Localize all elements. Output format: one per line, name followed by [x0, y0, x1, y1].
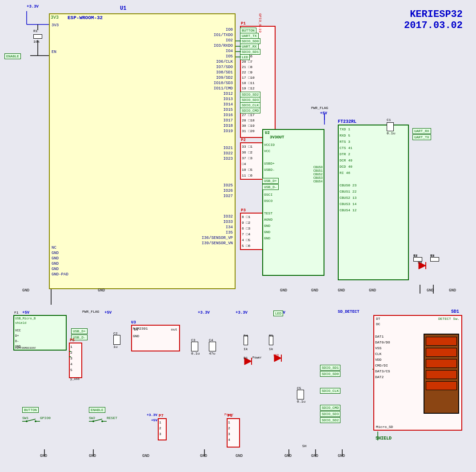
- schematic-canvas: KERIESP32 2017.03.02 3V3 ESP-WROOM-32 IO…: [0, 0, 476, 472]
- pwr-3v3-bot1: +3.3V: [198, 311, 210, 315]
- ft232-chip: TXD 1RXD 5RTS 3CTS 41DTR 2DCR 49DCD 40RI…: [338, 125, 409, 280]
- u2-3v3out: 3V3OUT: [270, 135, 284, 140]
- gnd-4: GND: [311, 288, 318, 293]
- net-sdio-clk-sd: SDIO_CLK: [320, 388, 340, 394]
- net-usb-dm: USB_D-: [262, 184, 279, 190]
- d1-group: D1 Power: [244, 356, 252, 368]
- net-sdio-sd2-sd: SDIO_SD2: [320, 417, 340, 423]
- pin-io33: IO33: [223, 220, 233, 224]
- c4-value: 47u: [209, 351, 215, 355]
- pin-gnd3: GND: [52, 262, 59, 266]
- net-uart-tx-ft232: UART_TX: [412, 134, 431, 140]
- r4-label: R4: [244, 334, 248, 338]
- usb-name: USB_Micro_B: [15, 317, 36, 320]
- connector-p5: P5 12345: [69, 343, 82, 378]
- pin-io10: IO10/SD3: [214, 81, 233, 85]
- led-label-bot: LED: [273, 354, 279, 357]
- u3-gnd: GND: [132, 333, 140, 339]
- pin-io12: IO12: [223, 92, 233, 96]
- c3-group: C3 0.1u: [191, 338, 198, 351]
- pin-nc: NC: [52, 246, 56, 250]
- c4-label: C4: [209, 338, 213, 342]
- esp32-chip: 3V3 ESP-WROOM-32 IO0 IO1/TXDO IO2 IO3/RX…: [49, 13, 236, 289]
- p5-usb-label: y_usb: [70, 377, 80, 381]
- pwr-flag-2: PWR_FLAG: [82, 310, 99, 314]
- ft232-right-pins: TXD 1RXD 5RTS 3CTS 41DTR 2DCR 49DCD 40RI…: [339, 125, 408, 214]
- gnd-6: GND: [369, 288, 376, 293]
- sd-detect-label: DETECT Sw.: [438, 317, 460, 321]
- c1-label: C1: [387, 118, 391, 122]
- pwr-3v3-esp: +3.3V: [27, 4, 39, 9]
- u3-name: NJM2391: [132, 326, 149, 331]
- sd-slot-3: [426, 359, 457, 368]
- pin-io23: IO23: [223, 157, 233, 161]
- pin-gnd2: GND: [52, 256, 59, 261]
- pin-io7: IO7/SDO: [216, 65, 233, 69]
- esp32-name: ESP-WROOM-32: [68, 15, 103, 20]
- connector-p6: P6 1234: [227, 418, 240, 448]
- sd-name: Micro_SD: [376, 425, 393, 429]
- sw1-name: GPIO0: [40, 416, 51, 420]
- sd-detect-net: SD_DETECT: [338, 310, 360, 314]
- sd-slot-2: [426, 348, 457, 357]
- sw1-label: SW1: [22, 416, 28, 420]
- u3-ref: U3: [131, 320, 136, 325]
- net-usb-dp: USB_D+: [262, 178, 279, 184]
- c3-symbol: [191, 342, 198, 351]
- pin-io22: IO22: [223, 151, 233, 156]
- gnd-7: GND: [427, 288, 434, 293]
- r1-value: 10k: [33, 40, 40, 44]
- gnd-bot-8: GND: [338, 454, 345, 458]
- title-line1: KERIESP32: [404, 9, 463, 20]
- p2-label: P2: [241, 138, 246, 142]
- pin-3v3-left: 3V3: [52, 23, 59, 28]
- d1-label: D1: [244, 356, 248, 360]
- p1-label: P1: [241, 21, 246, 26]
- sd-detect-dt: DT: [376, 317, 380, 321]
- sw2-name: RESET: [107, 416, 117, 420]
- net-sdio-sd0-sd: SDIO_SD0: [320, 371, 340, 377]
- ft232-ref: FT232RL: [338, 119, 356, 124]
- sd-slot-5: [426, 381, 457, 390]
- net-sdio-cmd: SDIO_CMD: [240, 108, 260, 113]
- d1-value: Power: [252, 356, 262, 359]
- c4-group: C4 47u: [209, 338, 216, 351]
- pin-io6: IO6/CLK: [216, 60, 233, 64]
- r5-label: R5: [269, 334, 273, 338]
- pin-io4: IO4: [226, 49, 233, 53]
- title-block: KERIESP32 2017.03.02: [404, 9, 463, 31]
- gnd-5: GND: [338, 288, 345, 293]
- c5-value: 0.1u: [297, 399, 305, 403]
- shield-label: SHIELD: [376, 436, 392, 441]
- pin-io17: IO17: [223, 118, 233, 123]
- d4-group: D4: [418, 260, 427, 272]
- gnd-bot-6: GND: [284, 454, 292, 458]
- pwr-3v3-bot2: +3.3V: [236, 311, 248, 315]
- r3-value: 1k: [430, 254, 435, 258]
- usb-mfr: FEMTOSMDC035F: [15, 347, 36, 350]
- sd-detect-dc: DC: [376, 322, 380, 326]
- r4-group: R4 1k: [244, 334, 248, 347]
- f1-label: F1: [14, 311, 19, 315]
- connector-p7: P7 123: [158, 418, 167, 440]
- c3-value: 0.1u: [191, 351, 200, 355]
- gnd-bot-5: GND: [236, 454, 243, 458]
- p6-pins: 1234: [228, 419, 239, 443]
- r1-symbol: [33, 34, 42, 39]
- c2-label: C2: [113, 331, 118, 335]
- sd-card: SD1 DT DC DETECT Sw. DAT1DAT0/DOVSSCLKVD…: [373, 315, 462, 431]
- c1-group: C1 0.1u: [387, 118, 394, 131]
- pin-io9: IO9/SD2: [216, 76, 233, 80]
- pin-io11: IO11/CMD: [214, 86, 233, 91]
- r4-value: 1k: [244, 347, 248, 351]
- pin-io25: IO25: [223, 183, 233, 188]
- p6-power-label: Power: [224, 413, 234, 416]
- c2-symbol: [113, 335, 120, 345]
- pin-io14: IO14: [223, 102, 233, 107]
- sw1-group: BUTTON SW1 GPIO0: [22, 416, 40, 428]
- r3-symbol: [430, 257, 439, 262]
- p1-name: GPIO_0-19: [258, 13, 262, 32]
- c2-group: C2 1u: [113, 331, 120, 345]
- c5-group: C5 0.1u: [297, 386, 304, 399]
- 5h-label: 5H: [302, 444, 307, 448]
